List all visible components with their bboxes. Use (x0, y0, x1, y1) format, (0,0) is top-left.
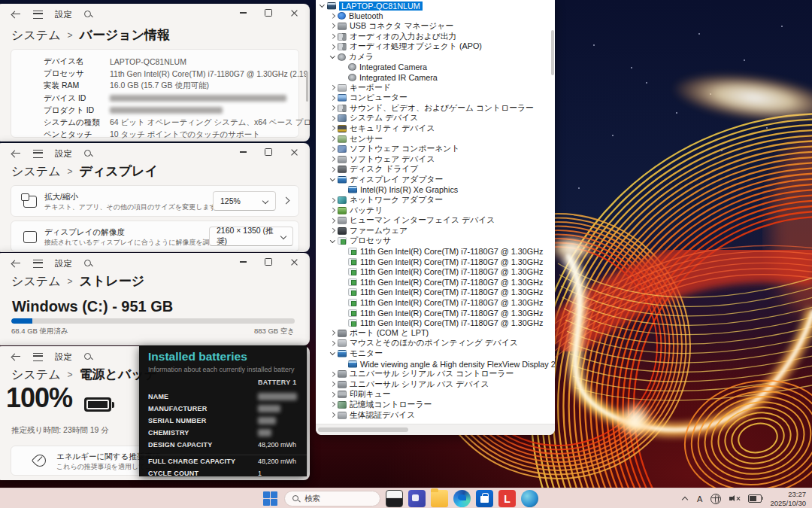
chevron-down-icon[interactable] (329, 237, 337, 245)
device-tree-item[interactable]: センサー (316, 134, 555, 144)
chevron-right-icon[interactable] (329, 94, 337, 102)
device-tree-item[interactable]: ディスプレイ アダプター (316, 175, 555, 185)
device-tree-item[interactable]: Wide viewing angle & High density FlexVi… (316, 359, 555, 370)
device-tree-item[interactable]: バッテリ (316, 205, 555, 216)
menu-icon[interactable] (33, 11, 43, 19)
chevron-right-icon[interactable] (329, 227, 337, 235)
vertical-scrollbar[interactable] (551, 30, 554, 75)
chevron-right-icon[interactable] (329, 124, 337, 132)
close-button[interactable] (281, 253, 307, 271)
menu-icon[interactable] (33, 260, 43, 268)
close-button[interactable] (281, 4, 307, 22)
chevron-right-icon[interactable] (329, 166, 337, 174)
file-explorer-icon[interactable] (431, 490, 448, 507)
chevron-right-icon[interactable] (329, 84, 337, 92)
device-tree-item[interactable]: ディスク ドライブ (316, 165, 555, 175)
device-tree-item[interactable]: ソフトウェア デバイス (316, 154, 555, 165)
clock[interactable]: 23:27 2025/10/30 (770, 490, 806, 508)
device-tree-item[interactable]: 印刷キュー (316, 390, 555, 400)
device-tree-item[interactable]: 11th Gen Intel(R) Core(TM) i7-1180G7 @ 1… (316, 246, 555, 257)
chevron-right-icon[interactable] (329, 22, 337, 30)
device-tree-item[interactable]: サウンド、ビデオ、およびゲーム コントローラー (316, 103, 555, 114)
microsoft-store-icon[interactable] (476, 490, 493, 507)
vantage-app-icon[interactable] (521, 490, 538, 507)
device-tree-item[interactable]: 記憶域コントローラー (316, 400, 555, 410)
back-icon[interactable] (12, 259, 21, 268)
menu-icon[interactable] (33, 150, 43, 158)
resolution-setting-row[interactable]: ディスプレイの解像度 接続されているディスプレイに合うように解像度を調整する 2… (11, 221, 299, 252)
device-tree-item[interactable]: マウスとそのほかのポインティング デバイス (316, 339, 555, 349)
volume-muted-icon[interactable] (729, 494, 740, 503)
back-icon[interactable] (12, 352, 21, 361)
menu-icon[interactable] (33, 353, 43, 361)
chevron-right-icon[interactable] (329, 391, 337, 399)
minimize-button[interactable] (230, 143, 256, 161)
device-tree-item[interactable]: 11th Gen Intel(R) Core(TM) i7-1180G7 @ 1… (316, 266, 555, 277)
device-tree-item[interactable]: LAPTOP-QC81NLUM (316, 1, 555, 11)
chevron-right-icon[interactable] (329, 206, 337, 214)
close-button[interactable] (281, 143, 307, 161)
ime-indicator[interactable]: A (697, 494, 702, 503)
chevron-down-icon[interactable] (329, 349, 337, 357)
tray-battery-icon[interactable] (748, 494, 762, 503)
minimize-button[interactable] (230, 253, 256, 271)
scale-dropdown[interactable]: 125% (213, 191, 276, 211)
chevron-right-icon[interactable] (329, 329, 337, 337)
device-tree-item[interactable]: 11th Gen Intel(R) Core(TM) i7-1180G7 @ 1… (316, 308, 555, 318)
device-tree-item[interactable]: ファームウェア (316, 226, 555, 236)
minimize-button[interactable] (230, 4, 256, 22)
search-icon[interactable] (84, 353, 92, 361)
tray-overflow-icon[interactable] (682, 495, 689, 502)
chevron-right-icon[interactable] (329, 135, 337, 143)
chevron-right-icon[interactable] (329, 370, 337, 379)
resolution-dropdown[interactable]: 2160 × 1350 (推奨) (209, 227, 293, 246)
device-tree-item[interactable]: システム デバイス (316, 114, 555, 124)
chevron-right-icon[interactable] (329, 380, 337, 388)
device-tree-item[interactable]: オーディオの入力および出力 (316, 32, 555, 42)
start-button[interactable] (262, 490, 279, 507)
chevron-right-icon[interactable] (329, 32, 337, 41)
device-tree-item[interactable]: プロセッサ (316, 236, 555, 247)
network-icon[interactable] (710, 494, 721, 504)
chevron-right-icon[interactable] (329, 12, 337, 20)
scale-setting-row[interactable]: 拡大/縮小 テキスト、アプリ、その他の項目のサイズを変更します 125% (11, 185, 299, 217)
device-tree-item[interactable]: 生体認証デバイス (316, 410, 555, 421)
device-tree-item[interactable]: コンピューター (316, 93, 555, 103)
search-icon[interactable] (84, 150, 92, 158)
search-icon[interactable] (84, 11, 92, 19)
search-icon[interactable] (84, 260, 92, 268)
chevron-right-icon[interactable] (329, 400, 337, 409)
device-tree-item[interactable]: オーディオ処理オブジェクト (APO) (316, 41, 555, 52)
device-tree-item[interactable]: カメラ (316, 52, 555, 62)
device-tree-item[interactable]: モニター (316, 348, 555, 359)
horizontal-scrollbar[interactable] (316, 424, 555, 435)
chevron-down-icon[interactable] (318, 2, 326, 10)
back-icon[interactable] (12, 149, 21, 158)
device-tree-item[interactable]: Integrated IR Camera (316, 72, 555, 83)
device-tree-item[interactable]: 11th Gen Intel(R) Core(TM) i7-1180G7 @ 1… (316, 277, 555, 287)
chevron-right-icon[interactable] (283, 198, 289, 204)
device-tree-item[interactable]: 11th Gen Intel(R) Core(TM) i7-1180G7 @ 1… (316, 318, 555, 328)
device-tree-item[interactable]: ネットワーク アダプター (316, 195, 555, 205)
device-tree-item[interactable]: Intel(R) Iris(R) Xe Graphics (316, 185, 555, 196)
device-tree-item[interactable]: 11th Gen Intel(R) Core(TM) i7-1180G7 @ 1… (316, 287, 555, 298)
teams-icon[interactable] (408, 490, 426, 507)
maximize-button[interactable] (256, 4, 281, 22)
device-tree-item[interactable]: セキュリティ デバイス (316, 123, 555, 134)
chevron-right-icon[interactable] (329, 339, 337, 348)
chevron-right-icon[interactable] (329, 217, 337, 225)
device-tree-item[interactable]: USB コネクタ マネージャー (316, 21, 555, 32)
laptop-app-icon[interactable] (386, 490, 403, 507)
taskbar-search[interactable]: 検索 (284, 491, 380, 506)
device-tree-item[interactable]: 11th Gen Intel(R) Core(TM) i7-1180G7 @ 1… (316, 297, 555, 308)
back-icon[interactable] (12, 10, 21, 19)
maximize-button[interactable] (256, 253, 281, 271)
chevron-right-icon[interactable] (329, 145, 337, 154)
chevron-down-icon[interactable] (329, 53, 337, 61)
chevron-right-icon[interactable] (329, 114, 337, 123)
device-tree-item[interactable]: 11th Gen Intel(R) Core(TM) i7-1180G7 @ 1… (316, 257, 555, 267)
device-tree-item[interactable]: Integrated Camera (316, 62, 555, 73)
chevron-down-icon[interactable] (329, 175, 337, 184)
scrollbar[interactable] (306, 71, 308, 102)
device-tree-item[interactable]: Bluetooth (316, 11, 555, 22)
